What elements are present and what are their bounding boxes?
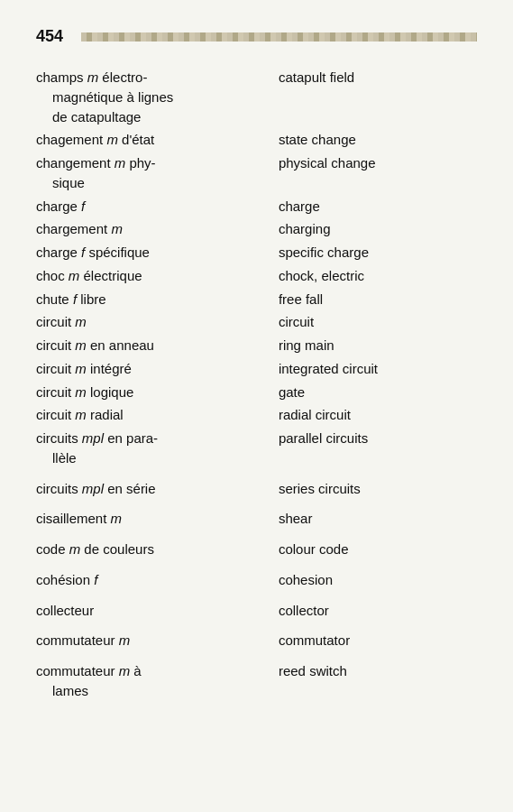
french-term: chargement m: [36, 217, 279, 241]
dictionary-row: circuit m en anneauring main: [36, 334, 477, 357]
french-term: charge f spécifique: [36, 241, 279, 264]
spacer-row: [36, 652, 477, 660]
french-term: circuit m intégré: [36, 357, 279, 381]
dictionary-row: commutateur mcommutator: [36, 629, 477, 652]
dictionary-row: circuits mpl en sérieseries circuits: [36, 477, 477, 501]
french-term: champs m électro-magnétique à lignesde c…: [36, 66, 279, 128]
dictionary-row: circuit m radialradial circuit: [36, 403, 477, 427]
dictionary-row: chute f librefree fall: [36, 288, 477, 311]
spacer-row: [36, 622, 477, 629]
spacer-row: [36, 592, 477, 599]
spacer-row: [36, 531, 477, 538]
english-term: shear: [279, 507, 477, 531]
french-term: choc m électrique: [36, 264, 279, 288]
english-term: charging: [279, 217, 477, 241]
english-term: commutator: [279, 629, 477, 652]
french-term: commutateur m àlames: [36, 660, 279, 703]
dictionary-row: champs m électro-magnétique à lignesde c…: [36, 66, 477, 128]
dictionary-row: circuits mpl en para-llèleparallel circu…: [36, 427, 477, 470]
french-term: circuit m en anneau: [36, 334, 279, 357]
french-term: changement m phy-sique: [36, 152, 279, 195]
english-term: parallel circuits: [279, 427, 477, 470]
english-term: charge: [279, 195, 477, 218]
dictionary-row: charge fcharge: [36, 195, 477, 218]
french-term: charge f: [36, 195, 279, 218]
spacer-row: [36, 470, 477, 477]
english-term: catapult field: [279, 66, 477, 128]
dictionary-row: changement m phy-siquephysical change: [36, 152, 477, 195]
english-term: cohesion: [279, 568, 477, 592]
french-term: collecteur: [36, 599, 279, 623]
english-term: integrated circuit: [279, 357, 477, 381]
english-term: state change: [279, 128, 477, 152]
french-term: circuit m: [36, 310, 279, 334]
dictionary-row: chagement m d'étatstate change: [36, 128, 477, 152]
spacer-row: [36, 561, 477, 568]
dictionary-row: circuit m intégréintegrated circuit: [36, 357, 477, 381]
page-header: 454: [36, 27, 477, 46]
dictionary-row: code m de couleurscolour code: [36, 538, 477, 561]
french-term: code m de couleurs: [36, 538, 279, 561]
english-term: gate: [279, 381, 477, 404]
dictionary-row: cisaillement mshear: [36, 507, 477, 531]
dictionary-row: choc m électriquechock, electric: [36, 264, 477, 288]
english-term: colour code: [279, 538, 477, 561]
spacer-row: [36, 500, 477, 507]
english-term: free fall: [279, 288, 477, 311]
dictionary-row: circuit mcircuit: [36, 310, 477, 334]
french-term: chute f libre: [36, 288, 279, 311]
header-decoration: [81, 32, 477, 42]
english-term: chock, electric: [279, 264, 477, 288]
french-term: chagement m d'état: [36, 128, 279, 152]
dictionary-table: champs m électro-magnétique à lignesde c…: [36, 66, 477, 703]
english-term: physical change: [279, 152, 477, 195]
french-term: commutateur m: [36, 629, 279, 652]
french-term: circuit m radial: [36, 403, 279, 427]
english-term: radial circuit: [279, 403, 477, 427]
english-term: ring main: [279, 334, 477, 357]
english-term: specific charge: [279, 241, 477, 264]
dictionary-row: commutateur m àlamesreed switch: [36, 660, 477, 703]
dictionary-row: circuit m logiquegate: [36, 381, 477, 404]
french-term: circuits mpl en série: [36, 477, 279, 501]
french-term: circuits mpl en para-llèle: [36, 427, 279, 470]
dictionary-row: collecteurcollector: [36, 599, 477, 623]
dictionary-row: cohésion fcohesion: [36, 568, 477, 592]
page-number: 454: [36, 27, 72, 46]
english-term: circuit: [279, 310, 477, 334]
english-term: series circuits: [279, 477, 477, 501]
french-term: cisaillement m: [36, 507, 279, 531]
english-term: reed switch: [279, 660, 477, 703]
english-term: collector: [279, 599, 477, 623]
french-term: circuit m logique: [36, 381, 279, 404]
dictionary-row: charge f spécifiquespecific charge: [36, 241, 477, 264]
dictionary-row: chargement mcharging: [36, 217, 477, 241]
french-term: cohésion f: [36, 568, 279, 592]
